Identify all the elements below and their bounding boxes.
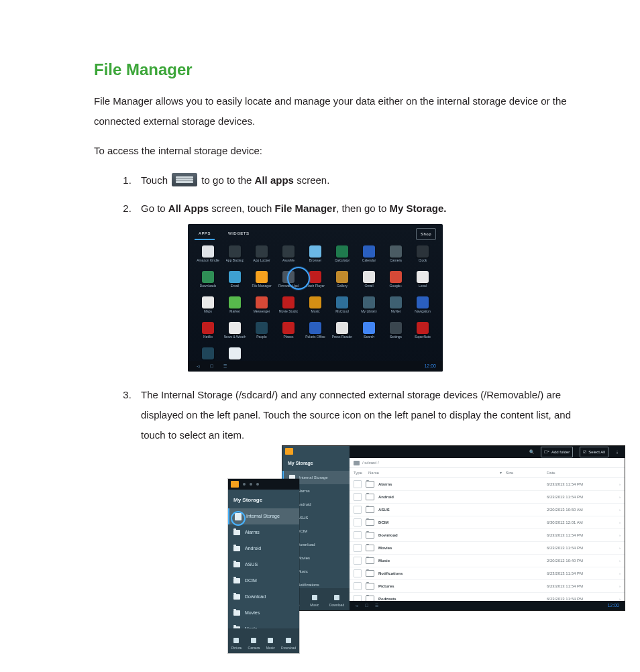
file-row[interactable]: DCIM6/30/2012 12:01 AM› (350, 516, 625, 529)
app-launcher-item[interactable]: Amazon Kindle (196, 245, 220, 268)
shortcut-icon (286, 638, 291, 643)
app-launcher-item[interactable]: Places (276, 322, 301, 345)
row-checkbox[interactable] (354, 544, 362, 552)
app-launcher-item[interactable]: Search (357, 322, 381, 345)
app-launcher-item[interactable]: Local (411, 271, 435, 294)
internal-storage-highlight-ring (231, 511, 246, 526)
home-icon[interactable]: ☐ (365, 602, 368, 610)
row-checkbox[interactable] (354, 531, 362, 539)
row-checkbox[interactable] (354, 506, 362, 514)
col-size[interactable]: ▾ Size (500, 469, 547, 477)
shortcut-button[interactable]: Picture (231, 638, 242, 651)
sidebar-item[interactable]: Alarms (228, 524, 299, 541)
app-launcher-item[interactable]: Browser (303, 245, 327, 268)
app-launcher-item[interactable]: Movie Studio (276, 296, 301, 319)
back-icon[interactable]: ◅ (195, 362, 201, 370)
tab-apps[interactable]: APPS (195, 228, 215, 240)
breadcrumb[interactable]: / sdcard / (350, 458, 625, 468)
file-row[interactable]: ASUS2/20/2013 10:50 AM› (350, 504, 625, 516)
col-type[interactable]: Type (354, 469, 368, 477)
file-row[interactable]: Alarms6/23/2013 11:54 PM› (350, 478, 625, 491)
file-row[interactable]: Notifications6/23/2013 11:54 PM› (350, 567, 625, 580)
row-checkbox[interactable] (354, 518, 362, 526)
app-launcher-item[interactable]: Gmail (357, 271, 381, 294)
app-launcher-item[interactable]: File Manager (250, 271, 274, 294)
app-launcher-item[interactable]: Camera (384, 245, 408, 268)
shop-button[interactable]: Shop (416, 228, 436, 240)
sidebar-item[interactable]: Download (228, 589, 299, 605)
app-launcher-item[interactable]: Calendar (357, 245, 381, 268)
back-icon[interactable]: ◅ (355, 602, 358, 610)
app-launcher-item[interactable]: Calculator (330, 245, 354, 268)
row-checkbox[interactable] (354, 569, 362, 577)
add-folder-button[interactable]: ☐⁺Add folder (541, 447, 573, 457)
row-checkbox[interactable] (354, 557, 362, 565)
sidebar-item[interactable]: ASUS (228, 557, 299, 573)
app-launcher-item[interactable]: Netflix (196, 322, 220, 345)
app-launcher-item[interactable]: MyNet (384, 296, 408, 319)
app-launcher-item[interactable]: Flash Player (303, 271, 327, 294)
app-label: Movie Studio (279, 310, 299, 314)
app-launcher-item[interactable]: Music (303, 296, 327, 319)
file-row[interactable]: Movies6/23/2013 11:54 PM› (350, 542, 625, 555)
row-checkbox[interactable] (354, 493, 362, 501)
dot-icon (250, 483, 252, 486)
app-icon (229, 271, 241, 283)
file-row[interactable]: Download6/23/2013 11:54 PM› (350, 529, 625, 542)
app-launcher-item[interactable]: App Backup (223, 245, 247, 268)
app-launcher-item[interactable]: Maps (196, 296, 220, 319)
sidebar-item[interactable]: Movies (228, 605, 299, 621)
file-list: Alarms6/23/2013 11:54 PM›Android6/23/201… (350, 478, 625, 606)
app-launcher-item[interactable]: Polaris Office (303, 322, 327, 345)
app-launcher-item[interactable]: App Locker (250, 245, 274, 268)
app-launcher-item[interactable]: MyCloud (330, 296, 354, 319)
home-icon[interactable]: ☐ (208, 362, 215, 370)
recent-icon[interactable]: ☰ (375, 602, 378, 610)
menu-icon[interactable]: ⋮ (615, 448, 619, 456)
tab-widgets[interactable]: WIDGETS (224, 228, 254, 240)
shortcut-button[interactable]: Download (329, 595, 344, 608)
app-launcher-item[interactable]: Clock (411, 245, 435, 268)
search-icon[interactable]: 🔍 (529, 448, 534, 456)
recent-icon[interactable]: ☰ (221, 362, 228, 370)
app-launcher-item[interactable]: Messenger (250, 296, 274, 319)
shortcut-button[interactable]: Camera (248, 638, 260, 651)
folder-icon (233, 562, 240, 567)
app-launcher-item[interactable]: Gallery (330, 271, 354, 294)
file-row[interactable]: Music2/20/2012 10:40 PM› (350, 555, 625, 567)
sidebar-item-label: Android (297, 500, 311, 508)
app-launcher-item[interactable]: My Library (357, 296, 381, 319)
sidebar-item[interactable]: DCIM (228, 573, 299, 589)
app-launcher-item[interactable]: SuperNote (411, 322, 435, 345)
app-launcher-item[interactable]: Google+ (384, 271, 408, 294)
app-launcher-item[interactable]: Settings (384, 322, 408, 345)
app-label: Flash Player (306, 284, 325, 288)
file-name: DCIM (378, 518, 500, 526)
row-checkbox[interactable] (354, 480, 362, 488)
select-all-button[interactable]: ☑Select All (580, 447, 608, 457)
app-launcher-item[interactable]: Press Reader (330, 322, 354, 345)
app-launcher-item[interactable]: News & Weath (223, 322, 247, 345)
app-launcher-item[interactable]: Downloads (196, 271, 220, 294)
app-launcher-item[interactable]: FirmwareUpd (276, 271, 301, 294)
app-launcher-item[interactable]: Market (223, 296, 247, 319)
file-row[interactable]: Pictures6/23/2013 11:54 PM› (350, 580, 625, 593)
shortcut-button[interactable]: Download (281, 638, 296, 651)
app-icon (229, 322, 241, 334)
app-icon (282, 322, 295, 334)
row-checkbox[interactable] (354, 582, 362, 590)
app-launcher-item[interactable]: Email (223, 271, 247, 294)
col-date[interactable]: Date (547, 469, 621, 477)
shortcut-button[interactable]: Music (266, 638, 275, 651)
app-launcher-item[interactable]: Navigation (411, 296, 435, 319)
col-name[interactable]: Name (368, 469, 500, 477)
folder-icon (366, 570, 374, 577)
sidebar-item[interactable]: Android (228, 541, 299, 557)
file-row[interactable]: Android6/23/2013 11:54 PM› (350, 491, 625, 504)
app-icon (282, 245, 295, 258)
app-icon (417, 322, 429, 334)
app-launcher-item[interactable]: People (250, 322, 274, 345)
file-date: 6/23/2013 11:54 PM (547, 531, 614, 539)
shortcut-button[interactable]: Music (310, 595, 319, 608)
app-launcher-item[interactable]: AsusMe (276, 245, 301, 268)
